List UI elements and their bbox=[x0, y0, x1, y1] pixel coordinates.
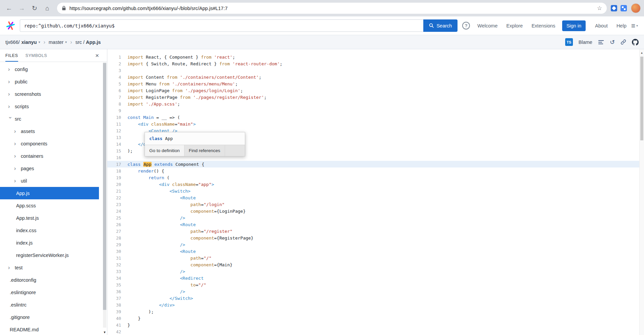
code-line-1[interactable]: 1import React, { Component } from 'react… bbox=[107, 54, 644, 60]
code-scrollbar[interactable]: ▲ bbox=[639, 49, 644, 335]
tree-item--eslintignore[interactable]: .eslintignore bbox=[0, 286, 99, 298]
line-number[interactable]: 18 bbox=[107, 169, 121, 174]
code-line-42[interactable]: 42 bbox=[107, 328, 644, 335]
format-lines-icon[interactable] bbox=[598, 40, 604, 45]
code-line-10[interactable]: 10const Main = __ => ( bbox=[107, 114, 644, 121]
line-number[interactable]: 21 bbox=[107, 189, 121, 194]
line-number[interactable]: 3 bbox=[107, 68, 121, 73]
repo-selector[interactable]: tjx666/xianyu ▾ bbox=[5, 40, 40, 45]
tree-item-containers[interactable]: ›containers bbox=[0, 150, 99, 162]
code-line-36[interactable]: 36 /> bbox=[107, 288, 644, 295]
code-line-24[interactable]: 24 component={LoginPage} bbox=[107, 208, 644, 214]
line-number[interactable]: 39 bbox=[107, 309, 121, 314]
line-number[interactable]: 8 bbox=[107, 102, 121, 107]
code-line-37[interactable]: 37 </Switch> bbox=[107, 295, 644, 302]
code-line-35[interactable]: 35 to="/" bbox=[107, 281, 644, 288]
code-line-17[interactable]: 17class App extends Component { bbox=[107, 161, 644, 168]
code-line-41[interactable]: 41} bbox=[107, 322, 644, 328]
line-number[interactable]: 29 bbox=[107, 242, 121, 247]
tree-item-screenshots[interactable]: ›screenshots bbox=[0, 88, 99, 100]
line-number[interactable]: 2 bbox=[107, 61, 121, 66]
search-button[interactable]: Search bbox=[423, 19, 458, 32]
help-icon[interactable]: ? bbox=[462, 22, 470, 29]
code-line-7[interactable]: 7import RegisterPage from './pages/regis… bbox=[107, 94, 644, 100]
line-number[interactable]: 40 bbox=[107, 316, 121, 321]
line-number[interactable]: 11 bbox=[107, 122, 121, 127]
code-line-28[interactable]: 28 component={RegisterPage} bbox=[107, 234, 644, 241]
line-number[interactable]: 41 bbox=[107, 323, 121, 328]
nav-link-about[interactable]: About bbox=[595, 23, 608, 28]
code-line-29[interactable]: 29 /> bbox=[107, 241, 644, 248]
sidebar-scrollbar[interactable] bbox=[103, 62, 106, 328]
line-number[interactable]: 5 bbox=[107, 81, 121, 86]
nav-link-help[interactable]: Help bbox=[616, 23, 627, 28]
nav-link-explore[interactable]: Explore bbox=[506, 23, 523, 28]
tree-item-registerserviceworker-js[interactable]: registerServiceWorker.js bbox=[0, 249, 99, 261]
tree-item-config[interactable]: ›config bbox=[0, 63, 99, 75]
code-line-27[interactable]: 27 path="/register" bbox=[107, 228, 644, 234]
line-number[interactable]: 14 bbox=[107, 142, 121, 147]
code-line-2[interactable]: 2import { Switch, Route, Redirect } from… bbox=[107, 60, 644, 67]
line-number[interactable]: 24 bbox=[107, 209, 121, 214]
line-number[interactable]: 16 bbox=[107, 155, 121, 160]
code-line-40[interactable]: 40 } bbox=[107, 315, 644, 322]
line-number[interactable]: 28 bbox=[107, 236, 121, 241]
line-number[interactable]: 15 bbox=[107, 148, 121, 153]
back-icon[interactable]: ← bbox=[3, 5, 15, 12]
line-number[interactable]: 6 bbox=[107, 88, 121, 93]
code-line-33[interactable]: 33 /> bbox=[107, 268, 644, 275]
search-input[interactable] bbox=[20, 19, 423, 32]
forward-icon[interactable]: → bbox=[16, 5, 28, 12]
home-icon[interactable]: ⌂ bbox=[42, 5, 53, 12]
tree-item-test[interactable]: ›test bbox=[0, 261, 99, 274]
tree-item-index-js[interactable]: index.js bbox=[0, 237, 99, 249]
line-number[interactable]: 30 bbox=[107, 249, 121, 254]
sign-in-button[interactable]: Sign in bbox=[562, 20, 586, 31]
line-number[interactable]: 36 bbox=[107, 289, 121, 294]
line-number[interactable]: 4 bbox=[107, 75, 121, 80]
profile-avatar[interactable] bbox=[631, 3, 641, 13]
line-number[interactable]: 37 bbox=[107, 296, 121, 301]
code-line-32[interactable]: 32 component={Main} bbox=[107, 261, 644, 268]
line-number[interactable]: 9 bbox=[107, 108, 121, 113]
code-line-38[interactable]: 38 </div> bbox=[107, 302, 644, 308]
tree-item-components[interactable]: ›components bbox=[0, 137, 99, 150]
tree-item-app-test-js[interactable]: App.test.js bbox=[0, 212, 99, 224]
scrollbar-thumb[interactable] bbox=[103, 63, 106, 310]
code-line-18[interactable]: 18 render() { bbox=[107, 168, 644, 174]
tree-item-util[interactable]: ›util bbox=[0, 175, 99, 187]
tree-item--eslintrc[interactable]: .eslintrc bbox=[0, 298, 99, 311]
tree-item-src[interactable]: ›src bbox=[0, 113, 99, 125]
tree-item-public[interactable]: ›public bbox=[0, 75, 99, 88]
address-bar[interactable]: https://sourcegraph.com/github.com/tjx66… bbox=[57, 3, 607, 14]
github-icon[interactable] bbox=[632, 39, 639, 46]
scroll-down-icon[interactable]: ▼ bbox=[103, 331, 107, 334]
code-line-6[interactable]: 6import LoginPage from './pages/login/Lo… bbox=[107, 87, 644, 94]
code-line-8[interactable]: 8import './App.scss'; bbox=[107, 100, 644, 107]
line-number[interactable]: 32 bbox=[107, 262, 121, 267]
line-number[interactable]: 19 bbox=[107, 175, 121, 180]
tree-item-scripts[interactable]: ›scripts bbox=[0, 100, 99, 113]
line-number[interactable]: 20 bbox=[107, 182, 121, 187]
reload-icon[interactable]: ↻ bbox=[29, 4, 40, 12]
code-line-22[interactable]: 22 <Route bbox=[107, 194, 644, 201]
scroll-up-icon[interactable]: ▲ bbox=[640, 51, 644, 54]
find-references-button[interactable]: Find references bbox=[184, 145, 225, 156]
line-number[interactable]: 22 bbox=[107, 195, 121, 200]
code-line-26[interactable]: 26 <Route bbox=[107, 221, 644, 228]
nav-link-welcome[interactable]: Welcome bbox=[477, 23, 497, 28]
close-icon[interactable]: × bbox=[95, 52, 99, 59]
code-line-34[interactable]: 34 <Redirect bbox=[107, 275, 644, 281]
tree-item--gitignore[interactable]: .gitignore bbox=[0, 311, 99, 323]
tree-item-readme-md[interactable]: README.md bbox=[0, 323, 99, 335]
line-number[interactable]: 35 bbox=[107, 282, 121, 287]
line-number[interactable]: 38 bbox=[107, 303, 121, 308]
branch-selector[interactable]: master ▾ bbox=[49, 40, 67, 45]
blame-button[interactable]: Blame bbox=[579, 40, 592, 45]
code-line-9[interactable]: 9 bbox=[107, 107, 644, 114]
menu-icon[interactable]: ≡ ▾ bbox=[631, 22, 638, 30]
line-number[interactable]: 23 bbox=[107, 202, 121, 207]
line-number[interactable]: 7 bbox=[107, 95, 121, 100]
tab-symbols[interactable]: SYMBOLS bbox=[25, 49, 47, 62]
line-number[interactable]: 13 bbox=[107, 135, 121, 140]
